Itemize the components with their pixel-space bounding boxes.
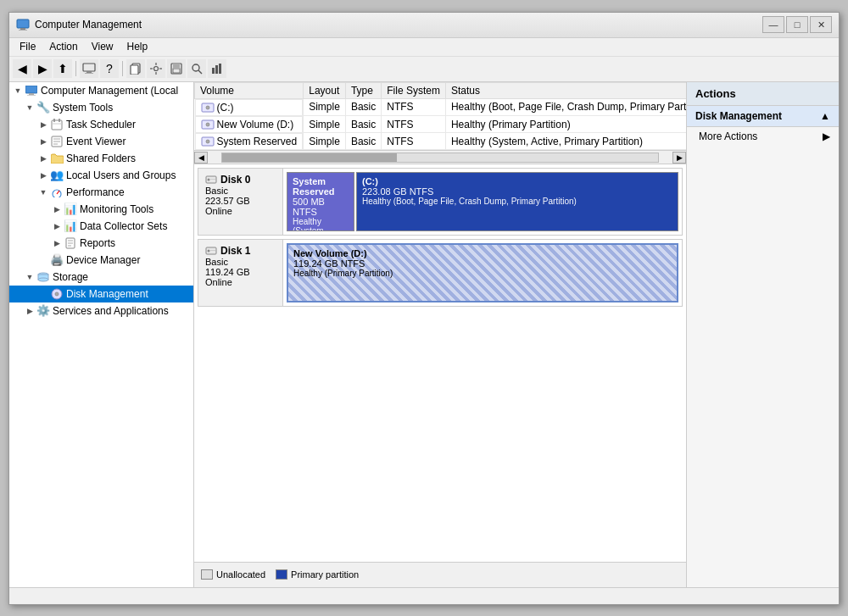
col-filesystem[interactable]: File System (382, 82, 446, 98)
legend-unallocated-label: Unallocated (216, 569, 265, 580)
menu-file[interactable]: File (13, 39, 42, 54)
sidebar-item-data-collector[interactable]: ▶ 📊 Data Collector Sets (9, 218, 193, 235)
search-button[interactable] (187, 59, 206, 78)
partition-d-drive[interactable]: New Volume (D:) 119.24 GB NTFS Healthy (… (287, 243, 678, 302)
svg-rect-15 (173, 69, 180, 73)
svg-rect-2 (19, 30, 27, 31)
help-button[interactable]: ? (100, 59, 119, 78)
vol-layout-sr: Simple (304, 133, 346, 150)
disk-0-label: Disk 0 Basic 223.57 GB Online (198, 169, 283, 235)
status-bar (9, 587, 839, 604)
sidebar-item-local-users[interactable]: ▶ 👥 Local Users and Groups (9, 167, 193, 184)
sidebar-item-label-mt: Monitoring Tools (80, 203, 153, 215)
table-row[interactable]: System Reserved Simple Basic NTFS Health… (195, 133, 687, 150)
svg-point-42 (55, 292, 59, 296)
sidebar-item-monitoring-tools[interactable]: ▶ 📊 Monitoring Tools (9, 201, 193, 218)
chart-button[interactable] (208, 59, 226, 78)
vol-status-c: Healthy (Boot, Page File, Crash Dump, Pr… (445, 98, 686, 116)
expand-mt-icon: ▶ (50, 203, 64, 216)
main-area: ▼ Computer Management (Local ▼ 🔧 System … (9, 82, 839, 587)
menu-help[interactable]: Help (120, 39, 155, 54)
sidebar-item-disk-management[interactable]: ▶ Disk Management (9, 286, 193, 302)
svg-rect-24 (52, 120, 62, 130)
col-volume[interactable]: Volume (195, 82, 304, 98)
menu-view[interactable]: View (85, 39, 120, 54)
data-collector-icon: 📊 (64, 219, 77, 233)
sidebar-item-system-tools[interactable]: ▼ 🔧 System Tools (9, 99, 193, 116)
sidebar-item-device-manager[interactable]: ▶ 🖨️ Device Manager (9, 252, 193, 269)
minimize-button[interactable]: — (762, 16, 784, 33)
reports-icon (64, 236, 77, 250)
copy-button[interactable] (126, 59, 145, 78)
sidebar-item-storage[interactable]: ▼ Storage (9, 269, 193, 286)
sidebar-item-task-scheduler[interactable]: ▶ Task Scheduler (9, 116, 193, 133)
action-section-collapse-icon: ▲ (820, 110, 830, 122)
title-bar-icon (16, 18, 30, 31)
svg-rect-23 (27, 95, 36, 96)
vol-name-c: (C:) (195, 99, 304, 116)
volume-table: Volume Layout Type File System Status Ca (194, 82, 686, 151)
maximize-button[interactable]: □ (786, 16, 808, 33)
col-type[interactable]: Type (345, 82, 381, 98)
sidebar-item-label-cm: Computer Management (Local (41, 85, 178, 97)
expand-system-tools-icon: ▼ (23, 101, 36, 114)
vol-type-sr: Basic (345, 133, 381, 150)
sidebar-item-performance[interactable]: ▼ Performance (9, 184, 193, 201)
menu-bar: File Action View Help (9, 38, 839, 57)
toolbar-separator-2 (122, 61, 123, 76)
volume-table-section: Volume Layout Type File System Status Ca (194, 82, 686, 152)
disk-0-type: Basic (205, 186, 276, 196)
partition-c-drive[interactable]: (C:) 223.08 GB NTFS Healthy (Boot, Page … (356, 172, 678, 231)
action-more-actions[interactable]: More Actions ▶ (687, 127, 839, 146)
device-manager-icon: 🖨️ (50, 253, 64, 267)
expand-rep-icon: ▶ (50, 236, 64, 250)
save-button[interactable] (167, 59, 186, 78)
action-arrow-icon: ▶ (823, 130, 830, 142)
sidebar-item-label-dm: Device Manager (66, 254, 140, 266)
sidebar-item-label-sf: Shared Folders (66, 153, 136, 164)
back-button[interactable]: ◀ (13, 59, 31, 78)
forward-button[interactable]: ▶ (33, 59, 52, 78)
sidebar-item-label-stor: Storage (53, 271, 88, 283)
col-layout[interactable]: Layout (304, 82, 346, 98)
table-row[interactable]: (C:) Simple Basic NTFS Healthy (Boot, Pa… (195, 98, 687, 116)
up-button[interactable]: ⬆ (53, 59, 72, 78)
sidebar-item-shared-folders[interactable]: ▶ Shared Folders (9, 150, 193, 167)
svg-rect-18 (212, 68, 215, 74)
expand-lu-icon: ▶ (36, 169, 50, 182)
computer-button[interactable] (80, 59, 98, 78)
close-button[interactable]: ✕ (810, 16, 832, 33)
disk-0-row: Disk 0 Basic 223.57 GB Online System Res… (198, 168, 683, 236)
disk-1-name: Disk 1 (220, 245, 250, 257)
action-section-disk-management[interactable]: Disk Management ▲ (687, 106, 839, 127)
sidebar-item-services[interactable]: ▶ ⚙️ Services and Applications (9, 302, 193, 319)
col-status[interactable]: Status (445, 82, 686, 98)
sidebar-item-label-lu: Local Users and Groups (66, 169, 176, 181)
scroll-right-btn[interactable]: ▶ (672, 152, 686, 164)
svg-rect-21 (25, 86, 37, 93)
partition-system-reserved[interactable]: System Reserved 500 MB NTFS Healthy (Sys… (287, 172, 354, 231)
menu-action[interactable]: Action (42, 39, 84, 54)
sidebar-item-label-diskm: Disk Management (66, 288, 148, 300)
expand-svc-icon: ▶ (23, 304, 36, 318)
event-viewer-icon (50, 135, 64, 148)
svg-rect-7 (131, 65, 138, 75)
sidebar-item-event-viewer[interactable]: ▶ Event Viewer (9, 133, 193, 150)
storage-icon (36, 270, 50, 284)
toolbar: ◀ ▶ ⬆ ? (9, 57, 839, 82)
legend-area: Unallocated Primary partition (194, 562, 686, 587)
vol-layout-d: Simple (304, 116, 346, 133)
vol-name-d: New Volume (D:) (195, 116, 304, 133)
sidebar-item-label-perf: Performance (66, 186, 125, 198)
legend-primary-partition: Primary partition (276, 569, 359, 580)
disk-0-name: Disk 0 (220, 174, 250, 186)
scroll-left-btn[interactable]: ◀ (194, 152, 208, 164)
sidebar-item-reports[interactable]: ▶ Reports (9, 235, 193, 252)
settings-button[interactable] (147, 59, 165, 78)
sidebar-item-computer-management[interactable]: ▼ Computer Management (Local (9, 82, 193, 99)
horizontal-scrollbar[interactable] (221, 153, 659, 163)
legend-unallocated: Unallocated (201, 569, 265, 580)
window-title: Computer Management (35, 19, 762, 31)
table-row[interactable]: New Volume (D:) Simple Basic NTFS Health… (195, 116, 687, 133)
action-more-actions-label: More Actions (699, 130, 757, 142)
